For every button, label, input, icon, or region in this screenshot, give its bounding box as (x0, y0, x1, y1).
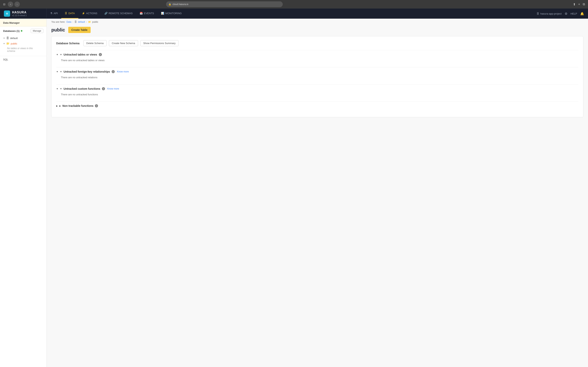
data-icon: 🗄 (65, 12, 67, 15)
untracked-functions-collapse-icon: ▼ (60, 88, 62, 90)
default-db-label: default (10, 37, 18, 40)
breadcrumb-sep-2: › (86, 21, 87, 23)
sidebar-sql[interactable]: SQL (0, 56, 46, 63)
nav-api[interactable]: ⚗ API (47, 8, 61, 19)
breadcrumb-prefix: You are here: (51, 21, 65, 23)
untracked-fk-info-icon[interactable]: i (112, 70, 115, 73)
databases-label-text: Databases (1) (3, 30, 20, 33)
untracked-fk-know-more[interactable]: Know more (117, 70, 129, 73)
remote-schemas-icon: 🔗 (104, 12, 108, 15)
folder-icon: 📁 (6, 42, 9, 45)
hasura-logo-icon: H (4, 10, 10, 17)
schema-label: Database Schema (56, 42, 79, 45)
content-area: Database Schema Delete Schema Create New… (51, 36, 583, 117)
untracked-fk-title: Untracked foreign-key relationships (64, 70, 110, 73)
logo-section: H HASURA v2.12.0-cloud.1 (0, 8, 47, 19)
divider-1 (56, 50, 579, 50)
project-selector[interactable]: 🗄 hasura-app-project (537, 12, 562, 15)
public-schema-label: public (11, 42, 17, 45)
untracked-tables-section: ▼ ▼ Untracked tables or views i There ar… (56, 51, 579, 63)
main-content: You are here: Data › 🗄 default › 📁 publi… (47, 19, 588, 367)
sidebar-toggle[interactable]: ⊟ (3, 3, 5, 6)
create-table-button[interactable]: Create Table (68, 27, 91, 33)
untracked-fk-header[interactable]: ▼ ▼ Untracked foreign-key relationships … (56, 68, 579, 75)
non-trackable-expand-icon: ▶ (56, 105, 58, 107)
nav-remote-schemas-label: REMOTE SCHEMAS (109, 12, 133, 15)
actions-icon: ⚡ (82, 12, 85, 15)
logo-letter: H (6, 12, 8, 15)
monitoring-icon: 📊 (161, 12, 164, 15)
manage-button[interactable]: Manage (31, 29, 43, 33)
nav-data-label: DATA (69, 12, 75, 15)
breadcrumb-public: public (92, 21, 98, 23)
nav-events[interactable]: 📅 EVENTS (136, 8, 157, 19)
delete-schema-button[interactable]: Delete Schema (83, 40, 107, 46)
untracked-tables-title: Untracked tables or views (64, 53, 97, 56)
non-trackable-header[interactable]: ▶ ▶ Non trackable functions i (56, 102, 579, 109)
lock-icon: 🔒 (168, 3, 171, 6)
show-permissions-button[interactable]: Show Permissions Summary (140, 40, 179, 46)
events-icon: 📅 (140, 12, 143, 15)
nav-data[interactable]: 🗄 DATA (61, 8, 78, 19)
nav-remote-schemas[interactable]: 🔗 REMOTE SCHEMAS (101, 8, 136, 19)
page-header: public Create Table (47, 25, 588, 36)
untracked-functions-section: ▼ ▼ Untracked custom functions i Know mo… (56, 85, 579, 98)
top-nav: H HASURA v2.12.0-cloud.1 ⚗ API 🗄 DATA ⚡ … (0, 8, 588, 19)
non-trackable-title: Non trackable functions (62, 104, 93, 107)
address-bar[interactable]: 🔒 cloud.hasura.io (166, 1, 283, 7)
settings-icon[interactable]: ⚙ (565, 12, 567, 16)
breadcrumb: You are here: Data › 🗄 default › 📁 publi… (47, 19, 588, 25)
untracked-tables-header[interactable]: ▼ ▼ Untracked tables or views i (56, 51, 579, 58)
tabs-icon[interactable]: ⧉ (583, 2, 585, 6)
no-tables-message: No tables or views in this schema (0, 46, 46, 54)
untracked-tables-empty-msg: There are no untracked tables or views (56, 58, 579, 63)
app-body: Data Manager Databases (1) Manage ▼ 🗄 de… (0, 19, 588, 367)
untracked-tables-collapse-icon: ▼ (60, 53, 62, 56)
untracked-functions-info-icon[interactable]: i (102, 87, 105, 90)
non-trackable-section: ▶ ▶ Non trackable functions i (56, 102, 579, 109)
brand-name: HASURA (12, 11, 27, 14)
untracked-functions-header[interactable]: ▼ ▼ Untracked custom functions i Know mo… (56, 85, 579, 92)
nav-events-label: EVENTS (144, 12, 154, 15)
api-icon: ⚗ (50, 12, 52, 15)
untracked-functions-know-more[interactable]: Know more (107, 87, 119, 90)
create-new-schema-button[interactable]: Create New Schema (109, 40, 138, 46)
untracked-fk-collapse-icon: ▼ (60, 70, 62, 73)
sidebar-item-default[interactable]: ▼ 🗄 default (0, 35, 46, 41)
breadcrumb-db-icon: 🗄 (75, 21, 77, 23)
schema-actions: Database Schema Delete Schema Create New… (56, 40, 579, 46)
new-tab-icon[interactable]: + (578, 2, 580, 6)
databases-header: Databases (1) Manage (0, 26, 46, 34)
untracked-functions-title: Untracked custom functions (64, 87, 100, 90)
breadcrumb-data[interactable]: Data (67, 21, 71, 23)
nav-actions[interactable]: ⚡ ACTIONS (78, 8, 101, 19)
share-icon[interactable]: ⬆ (573, 2, 576, 6)
help-link[interactable]: HELP (571, 12, 577, 15)
non-trackable-info-icon[interactable]: i (95, 104, 98, 107)
sidebar-section-header: Data Manager (0, 19, 46, 26)
databases-label: Databases (1) (3, 30, 22, 33)
notifications-icon[interactable]: 🔔 (580, 12, 584, 16)
untracked-fk-section: ▼ ▼ Untracked foreign-key relationships … (56, 68, 579, 80)
database-stack-icon: 🗄 (6, 36, 9, 40)
breadcrumb-folder-icon: 📁 (88, 21, 91, 23)
untracked-functions-expand-icon: ▼ (56, 88, 58, 90)
breadcrumb-sep-1: › (72, 21, 73, 23)
untracked-fk-expand-icon: ▼ (56, 70, 58, 73)
sidebar-tree: ▼ 🗄 default ▼ 📁 public No tables or view… (0, 34, 46, 55)
divider-3 (56, 84, 579, 84)
forward-button[interactable]: › (14, 1, 20, 7)
connected-indicator (21, 30, 22, 32)
untracked-tables-info-icon[interactable]: i (99, 53, 102, 56)
untracked-tables-expand-icon: ▼ (56, 53, 58, 56)
nav-items: ⚗ API 🗄 DATA ⚡ ACTIONS 🔗 REMOTE SCHEMAS … (47, 8, 533, 19)
breadcrumb-default[interactable]: default (78, 21, 85, 23)
sidebar-item-public[interactable]: ▼ 📁 public (0, 41, 46, 46)
browser-chrome: ⊟ ‹ › 🔒 cloud.hasura.io ⬆ + ⧉ (0, 0, 588, 8)
back-button[interactable]: ‹ (8, 1, 13, 7)
nav-api-label: API (54, 12, 58, 15)
divider-2 (56, 67, 579, 67)
default-chevron: ▼ (3, 37, 5, 39)
nav-actions-label: ACTIONS (86, 12, 97, 15)
nav-monitoring[interactable]: 📊 MONITORING (157, 8, 185, 19)
